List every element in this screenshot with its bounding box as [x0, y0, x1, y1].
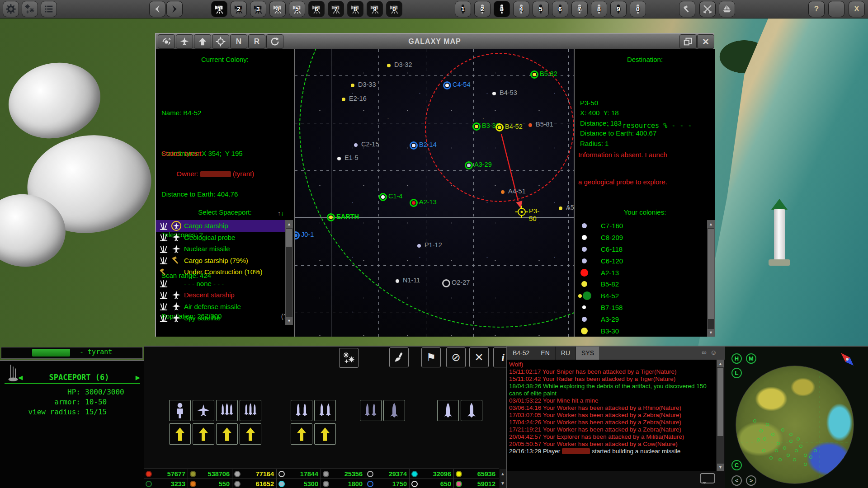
person-button[interactable]: 3 [494, 1, 510, 17]
scroll-up-icon[interactable]: ▲ [500, 471, 505, 476]
effects-button[interactable] [22, 1, 38, 17]
ship-view-button[interactable] [176, 34, 193, 49]
log-message[interactable]: 17/03:07:05 Your Worker has been attacke… [509, 412, 716, 419]
person-button[interactable]: 1 [455, 1, 471, 17]
colony-list-item[interactable]: C8-209 [575, 232, 707, 244]
names-toggle-button[interactable]: N [230, 34, 247, 49]
unit-slot[interactable] [240, 400, 261, 421]
help-button[interactable]: ? [808, 1, 825, 17]
unit-slot[interactable] [193, 423, 214, 445]
resource-cell[interactable]: 5300 [277, 479, 321, 488]
log-scrollbar[interactable]: ▲ ▼ [717, 360, 724, 471]
resource-cell[interactable]: 17844 [277, 469, 321, 479]
resource-scroll-arrows[interactable]: ▲ ▼ [500, 469, 506, 488]
minimap-button[interactable]: C [731, 460, 742, 470]
forbid-button[interactable]: ⊘ [446, 347, 466, 367]
scroll-down-icon[interactable]: ▼ [500, 481, 505, 486]
colony-list-item[interactable]: C7-160 [575, 220, 707, 232]
spaceport-list-item[interactable]: Cargo starship [156, 220, 285, 232]
spaceport-list-item[interactable]: Descent starship [156, 289, 285, 301]
scroll-thumb[interactable] [708, 229, 714, 319]
minimap-button[interactable]: > [746, 475, 756, 486]
unit-slot[interactable] [383, 400, 405, 421]
unit-slot[interactable] [193, 400, 214, 421]
camera-button[interactable]: 7 [328, 1, 344, 17]
close-app-button[interactable]: X [849, 1, 865, 17]
spaceport-list-item[interactable]: Cargo starship (79%) [156, 255, 285, 267]
resource-cell[interactable]: 65936 [454, 469, 498, 479]
resource-cell[interactable]: 77164 [232, 469, 277, 479]
star-map[interactable]: D3-32 D3-33 E2-16 [295, 49, 574, 337]
cancel-button[interactable]: ✕ [469, 347, 489, 367]
spaceport-list-item[interactable]: Air defense missile [156, 301, 285, 313]
resource-cell[interactable]: 550 [188, 479, 232, 488]
spaceport-list-item[interactable]: Under Construction (10%) [156, 266, 285, 278]
log-message[interactable]: 17/04:24:26 Your Worker has been attacke… [509, 419, 716, 426]
person-button[interactable]: 2 [474, 1, 491, 17]
camera-button[interactable]: 9 [367, 1, 383, 17]
unit-slot[interactable] [461, 400, 482, 421]
log-message[interactable]: 17/21:19:21 Your Worker has been attacke… [509, 426, 716, 433]
resource-cell[interactable]: 538706 [188, 469, 232, 479]
colonies-scrollbar[interactable]: ▲ ▼ [707, 220, 715, 337]
sort-arrows[interactable]: ↑↓ [278, 210, 284, 217]
scroll-thumb[interactable] [286, 229, 292, 247]
spaceport-scrollbar[interactable]: ▲ ▼ [285, 220, 293, 325]
colony-list-item[interactable]: B7-158 [575, 302, 707, 314]
flag-button[interactable]: ⚑ [421, 347, 441, 367]
camera-button[interactable]: 2 [231, 1, 247, 17]
scroll-thumb[interactable] [717, 368, 723, 436]
minimap[interactable] [736, 366, 854, 484]
log-message[interactable]: 20/04:42:57 Your Explorer has been attac… [509, 433, 716, 441]
minimap-button[interactable]: L [731, 368, 742, 378]
back-button[interactable] [149, 1, 165, 17]
home-button[interactable] [194, 34, 211, 49]
log-message[interactable]: 20/05:50:57 Your Worker has been attacke… [509, 441, 716, 448]
unit-slot[interactable] [216, 423, 238, 445]
person-button[interactable]: 9 [610, 1, 627, 17]
minimap-button[interactable]: < [731, 475, 742, 486]
resource-cell[interactable]: 3233 [144, 479, 188, 488]
link-icon[interactable]: ∞ [702, 348, 707, 356]
list-button[interactable] [41, 1, 57, 17]
spaceport-list-item[interactable]: Nuclear missile [156, 243, 285, 255]
unit-slot[interactable] [360, 400, 382, 421]
camera-button[interactable]: 4 [269, 1, 286, 17]
person-button[interactable]: 6 [552, 1, 568, 17]
center-target-button[interactable] [212, 34, 229, 49]
forward-button[interactable] [166, 1, 183, 17]
person-button[interactable]: 4 [513, 1, 529, 17]
person-button[interactable]: 0 [630, 1, 646, 17]
scroll-down-icon[interactable]: ▼ [286, 317, 292, 324]
colony-list-item[interactable]: A3-29 [575, 313, 707, 325]
scroll-down-icon[interactable]: ▼ [717, 464, 724, 471]
scroll-up-icon[interactable]: ▲ [286, 221, 292, 228]
colony-list-item[interactable]: C6-118 [575, 244, 707, 255]
build-button[interactable] [679, 1, 695, 17]
minimap-button[interactable]: H [731, 353, 742, 364]
prev-building-button[interactable]: ◀ [18, 373, 23, 382]
scroll-up-icon[interactable]: ▲ [708, 221, 714, 228]
camera-button[interactable]: 3 [250, 1, 266, 17]
scroll-down-icon[interactable]: ▼ [708, 329, 714, 336]
log-message[interactable]: 15/11:02:42 Your Radar has been attacked… [509, 375, 716, 383]
unit-slot[interactable] [169, 400, 191, 421]
log-tab[interactable]: B4-52 [507, 347, 535, 360]
effects-toggle-button[interactable] [339, 348, 359, 368]
camera-button[interactable]: 8 [347, 1, 363, 17]
colony-list-item[interactable]: C6-120 [575, 255, 707, 267]
spaceport-list-item[interactable]: Geological probe [156, 232, 285, 244]
scroll-up-icon[interactable]: ▲ [717, 360, 724, 367]
compass-icon[interactable] [838, 350, 856, 368]
colony-list-item[interactable]: B3-30 [575, 325, 707, 337]
log-message[interactable]: 15/11:02:17 Your Sniper has been attacke… [509, 368, 716, 375]
chat-bubble-icon[interactable] [700, 473, 715, 483]
unit-slot[interactable] [240, 423, 261, 445]
colony-list-item[interactable]: B4-52 [575, 290, 707, 302]
person-button[interactable]: 8 [591, 1, 607, 17]
unit-slot[interactable] [291, 400, 312, 421]
person-button[interactable]: 5 [533, 1, 549, 17]
camera-button[interactable]: 5 [289, 1, 305, 17]
camera-button[interactable]: 1 [211, 1, 227, 17]
close-window-button[interactable]: ✕ [697, 34, 714, 49]
